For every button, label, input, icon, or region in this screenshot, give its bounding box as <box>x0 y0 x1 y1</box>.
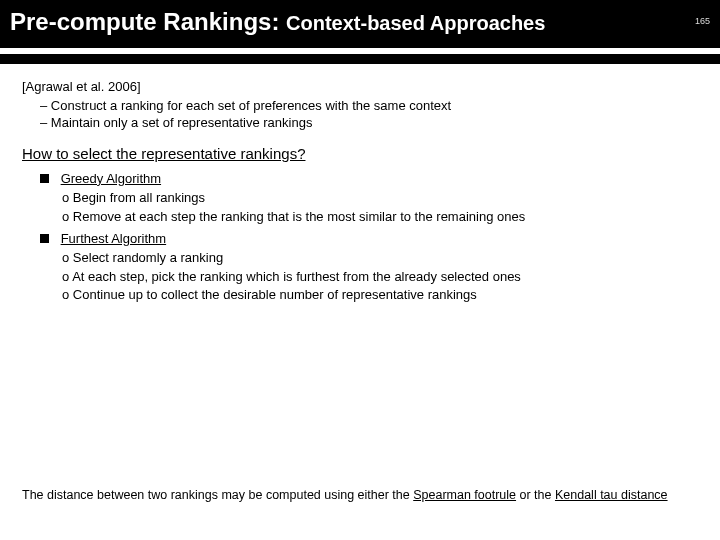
step-list: Begin from all rankings Remove at each s… <box>40 189 698 225</box>
algorithm-list: Greedy Algorithm Begin from all rankings… <box>22 170 698 304</box>
step-item: Begin from all rankings <box>62 189 698 207</box>
intro-item: Maintain only a set of representative ra… <box>40 114 698 132</box>
foot-text: The distance between two rankings may be… <box>22 488 413 502</box>
foot-method-1: Spearman footrule <box>413 488 516 502</box>
algorithm-name: Greedy Algorithm <box>61 171 161 186</box>
title-sub: Context-based Approaches <box>286 12 545 34</box>
algorithm-item: Greedy Algorithm Begin from all rankings… <box>40 170 698 226</box>
intro-item: Construct a ranking for each set of pref… <box>40 97 698 115</box>
step-list: Select randomly a ranking At each step, … <box>40 249 698 304</box>
section-question: How to select the representative ranking… <box>22 144 698 164</box>
step-item: Continue up to collect the desirable num… <box>62 286 698 304</box>
foot-method-2: Kendall tau distance <box>555 488 668 502</box>
accent-bar <box>0 54 720 64</box>
slide: Pre-compute Rankings: Context-based Appr… <box>0 0 720 540</box>
page-number: 165 <box>695 16 710 26</box>
citation: [Agrawal et al. 2006] <box>22 78 698 96</box>
intro-list: Construct a ranking for each set of pref… <box>22 97 698 132</box>
footnote: The distance between two rankings may be… <box>0 488 720 502</box>
foot-text: or the <box>516 488 555 502</box>
title-main: Pre-compute Rankings: <box>10 8 286 35</box>
algorithm-item: Furthest Algorithm Select randomly a ran… <box>40 230 698 304</box>
content: [Agrawal et al. 2006] Construct a rankin… <box>0 64 720 318</box>
step-item: At each step, pick the ranking which is … <box>62 268 698 286</box>
title-bar: Pre-compute Rankings: Context-based Appr… <box>0 0 720 48</box>
algorithm-name: Furthest Algorithm <box>61 231 167 246</box>
step-item: Select randomly a ranking <box>62 249 698 267</box>
step-item: Remove at each step the ranking that is … <box>62 208 698 226</box>
